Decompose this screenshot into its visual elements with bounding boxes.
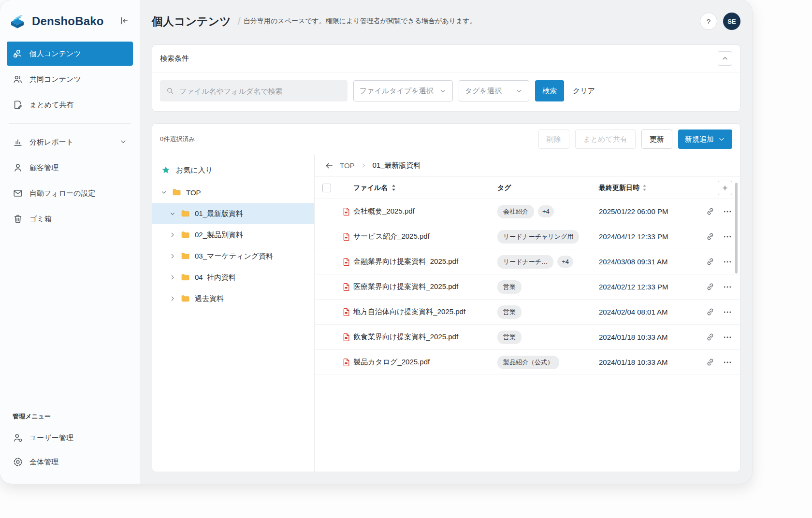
column-header-name[interactable]: ファイル名 <box>353 184 388 192</box>
sort-icon[interactable] <box>391 184 397 191</box>
sidebar-item-auto-follow-settings[interactable]: 自動フォローの設定 <box>7 181 133 205</box>
table-row[interactable]: 地方自治体向け提案資料_2025.pdf 営業 2024/02/04 08:01… <box>315 300 740 325</box>
sidebar-item-shared-contents[interactable]: 共同コンテンツ <box>7 67 133 91</box>
logo-row: DenshoBako <box>0 0 140 40</box>
tree-node-label: 02_製品別資料 <box>195 230 243 240</box>
extra-tags-pill[interactable]: +4 <box>557 256 573 268</box>
tree-node-03-marketing[interactable]: 03_マーケティング資料 <box>152 245 314 267</box>
sidebar-item-label: ユーザー管理 <box>29 433 73 443</box>
sidebar-item-trash[interactable]: ゴミ箱 <box>7 207 133 231</box>
more-menu-icon[interactable] <box>723 358 732 367</box>
table-row[interactable]: 金融業界向け提案資料_2025.pdf リードナーチ… +4 2024/03/0… <box>315 249 740 274</box>
folder-icon <box>181 209 190 218</box>
copy-link-icon[interactable] <box>706 332 715 342</box>
folder-icon <box>172 187 182 197</box>
table-row[interactable]: 製品カタログ_2025.pdf 製品紹介（公式） 2024/01/18 10:3… <box>315 350 740 375</box>
more-menu-icon[interactable] <box>723 307 732 317</box>
chevron-down-icon[interactable] <box>119 138 127 147</box>
search-icon <box>166 86 174 95</box>
sidebar-item-label: 全体管理 <box>29 458 58 467</box>
file-name[interactable]: サービス紹介_2025.pdf <box>353 232 497 241</box>
copy-link-icon[interactable] <box>706 257 715 266</box>
copy-link-icon[interactable] <box>706 307 715 317</box>
search-panel-title: 検索条件 <box>160 54 189 63</box>
select-all-checkbox[interactable] <box>322 184 331 192</box>
chevron-down-icon[interactable] <box>160 189 168 196</box>
table-row[interactable]: 会社概要_2025.pdf 会社紹介 +4 2025/01/22 06:00 P… <box>315 199 740 224</box>
avatar[interactable]: SE <box>723 13 740 30</box>
tag-pill: 営業 <box>497 305 522 319</box>
search-button[interactable]: 検索 <box>535 80 564 101</box>
favorites-item[interactable]: お気に入り <box>152 158 314 182</box>
search-input[interactable] <box>178 86 342 96</box>
sidebar-item-label: まとめて共有 <box>29 101 73 110</box>
more-menu-icon[interactable] <box>723 207 732 216</box>
chevron-down-icon[interactable] <box>169 210 176 217</box>
file-name[interactable]: 製品カタログ_2025.pdf <box>353 358 497 367</box>
copy-link-icon[interactable] <box>706 282 715 291</box>
help-button[interactable]: ? <box>700 13 717 30</box>
sidebar-item-user-management[interactable]: ユーザー管理 <box>7 426 133 450</box>
user-gear-icon <box>13 432 23 443</box>
sort-icon[interactable] <box>641 184 648 191</box>
updated-date: 2024/01/18 10:33 AM <box>599 358 696 366</box>
tag-pill: 会社紹介 <box>497 205 534 218</box>
delete-button[interactable]: 削除 <box>538 130 569 149</box>
more-menu-icon[interactable] <box>723 257 732 267</box>
refresh-button[interactable]: 更新 <box>641 130 672 149</box>
chevron-right-icon[interactable] <box>169 295 176 302</box>
sidebar-item-customer-management[interactable]: 顧客管理 <box>7 156 133 180</box>
extra-tags-pill[interactable]: +4 <box>538 205 554 217</box>
copy-link-icon[interactable] <box>706 358 715 367</box>
page-header: 個人コンテンツ / 自分専用のスペースです。権限により管理者が閲覧できる場合があ… <box>140 0 752 43</box>
file-name[interactable]: 飲食業界向け提案資料_2025.pdf <box>353 332 497 342</box>
scrollbar[interactable] <box>735 183 738 273</box>
app-window: DenshoBako 個人コンテンツ 共同コンテンツ <box>0 0 752 484</box>
more-menu-icon[interactable] <box>723 282 732 292</box>
column-header-updated[interactable]: 最終更新日時 <box>599 184 639 192</box>
sidebar-item-analytics-report[interactable]: 分析レポート <box>7 130 133 154</box>
file-name[interactable]: 会社概要_2025.pdf <box>353 207 497 216</box>
tree-node-04-internal[interactable]: 04_社内資料 <box>152 267 314 288</box>
more-menu-icon[interactable] <box>723 332 732 342</box>
breadcrumb: TOP 01_最新版資料 <box>315 155 740 177</box>
file-name[interactable]: 医療業界向け提案資料_2025.pdf <box>353 282 497 291</box>
tree-node-label: 過去資料 <box>195 294 224 303</box>
pdf-icon <box>340 257 353 267</box>
file-name[interactable]: 金融業界向け提案資料_2025.pdf <box>353 257 497 266</box>
sidebar-item-bulk-share[interactable]: まとめて共有 <box>7 93 133 117</box>
file-type-select[interactable]: ファイルタイプを選択 <box>353 80 453 101</box>
sidebar-item-personal-contents[interactable]: 個人コンテンツ <box>7 42 133 66</box>
copy-link-icon[interactable] <box>706 207 715 216</box>
file-name[interactable]: 地方自治体向け提案資料_2025.pdf <box>353 307 497 317</box>
table-row[interactable]: サービス紹介_2025.pdf リードナーチャリング用 2024/04/12 1… <box>315 224 740 249</box>
chevron-right-icon[interactable] <box>169 274 176 281</box>
sidebar-item-global-admin[interactable]: 全体管理 <box>7 450 133 474</box>
collapse-sidebar-icon[interactable] <box>118 15 130 27</box>
tree-node-02-products[interactable]: 02_製品別資料 <box>152 224 314 245</box>
search-conditions-panel: 検索条件 ファイルタイプを選択 タグを選択 <box>152 44 740 112</box>
more-menu-icon[interactable] <box>723 232 732 242</box>
tag-pill: 営業 <box>497 331 522 344</box>
clear-link[interactable]: クリア <box>573 86 595 96</box>
users-icon <box>13 74 23 85</box>
folder-icon <box>181 251 190 261</box>
copy-link-icon[interactable] <box>706 232 715 241</box>
bulk-share-button[interactable]: まとめて共有 <box>575 130 636 149</box>
tree-node-01-latest[interactable]: 01_最新版資料 <box>152 203 314 224</box>
back-arrow-icon[interactable] <box>324 161 334 171</box>
folder-icon <box>181 230 190 240</box>
chevron-right-icon[interactable] <box>169 231 176 238</box>
tree-node-top[interactable]: TOP <box>152 182 314 203</box>
breadcrumb-root[interactable]: TOP <box>340 161 355 170</box>
collapse-panel-button[interactable] <box>718 51 732 66</box>
table-row[interactable]: 飲食業界向け提案資料_2025.pdf 営業 2024/01/18 10:33 … <box>315 325 740 350</box>
tree-node-past-documents[interactable]: 過去資料 <box>152 288 314 309</box>
trash-icon <box>13 214 23 224</box>
chevron-right-icon[interactable] <box>169 253 176 259</box>
pdf-icon <box>340 282 353 292</box>
table-row[interactable]: 医療業界向け提案資料_2025.pdf 営業 2024/02/12 12:33 … <box>315 274 740 300</box>
add-new-button[interactable]: 新規追加 <box>678 130 732 149</box>
add-column-button[interactable] <box>718 181 732 195</box>
tag-select[interactable]: タグを選択 <box>459 80 529 101</box>
